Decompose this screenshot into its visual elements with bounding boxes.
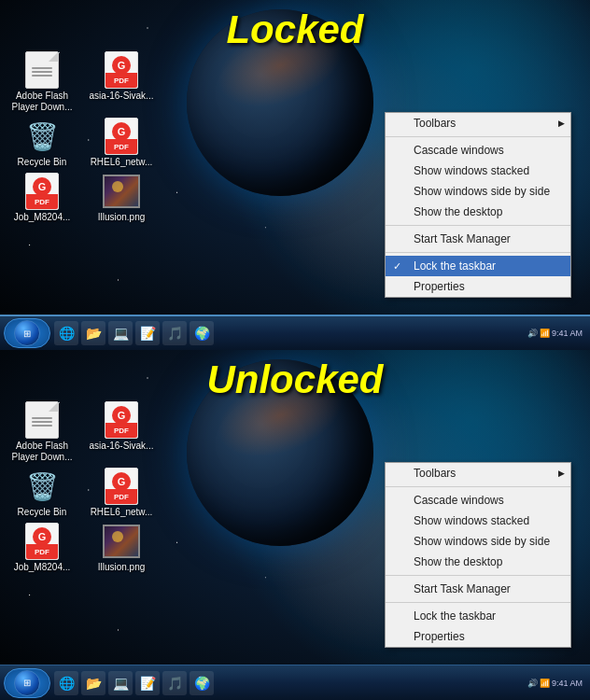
locked-screen: Locked Adobe FlashPlayer Down...	[0, 0, 590, 350]
doc-icon	[25, 51, 59, 89]
illusion-image-bottom	[103, 523, 140, 560]
adobe-flash-icon-b[interactable]: Adobe FlashPlayer Down...	[5, 401, 79, 463]
planet-bottom	[187, 359, 373, 546]
adobe-flash-label-b: Adobe FlashPlayer Down...	[11, 441, 72, 463]
job-label-bottom: Job_M8204...	[14, 562, 71, 573]
start-button-bottom[interactable]: ⊞	[4, 668, 50, 698]
recycle-bin-icon-b[interactable]: 🗑️ Recycle Bin	[5, 468, 79, 518]
ctx-lock-top[interactable]: Lock the taskbar	[386, 256, 570, 276]
asia-image-bottom: G PDF	[103, 401, 140, 439]
illusion-label-bottom: Illusion.png	[98, 562, 146, 573]
asia-icon-bottom[interactable]: G PDF asia-16-Sivak...	[84, 401, 159, 463]
ctx-lock-bottom[interactable]: Lock the taskbar	[386, 606, 570, 626]
tb-icon-3-bottom[interactable]: 💻	[108, 671, 133, 695]
job-label-top: Job_M8204...	[14, 212, 71, 223]
job-icon-top[interactable]: G PDF Job_M8204...	[5, 173, 79, 223]
ctx-side-top[interactable]: Show windows side by side	[386, 181, 570, 202]
taskbar-top: ⊞ 🌐 📂 💻 📝 🎵 🌍 🔊 📶 9:41 AM	[0, 315, 590, 350]
tb-icon-2-top[interactable]: 📂	[81, 321, 105, 345]
pdf-icon-job-bottom: G PDF	[25, 523, 59, 560]
recycle-bin-icon[interactable]: 🗑️ Recycle Bin	[5, 118, 79, 168]
tb-icon-4-bottom[interactable]: 📝	[135, 671, 160, 695]
tb-icon-5-bottom[interactable]: 🎵	[162, 671, 187, 695]
taskbar-icons-top: 🌐 📂 💻 📝 🎵 🌍	[54, 321, 524, 345]
recycle-bin-image: 🗑️	[23, 118, 61, 155]
illusion-icon-bottom[interactable]: Illusion.png	[84, 523, 159, 573]
adobe-flash-icon[interactable]: Adobe FlashPlayer Down...	[5, 51, 79, 113]
illusion-label-top: Illusion.png	[98, 212, 146, 223]
ctx-taskmgr-top[interactable]: Start Task Manager	[386, 229, 570, 249]
asia-label-top: asia-16-Sivak...	[90, 91, 154, 102]
taskbar-tray-bottom: 🔊 📶 9:41 AM	[524, 679, 586, 688]
ctx-stacked-top[interactable]: Show windows stacked	[386, 161, 570, 181]
start-button-top[interactable]: ⊞	[4, 318, 50, 348]
ctx-sep-2-bottom	[386, 575, 570, 576]
tb-icon-1-top[interactable]: 🌐	[54, 321, 78, 345]
rhel6-icon-bottom[interactable]: G PDF RHEL6_netw...	[84, 468, 159, 518]
recycle-bin-label: Recycle Bin	[18, 157, 67, 168]
pdf-icon-job-top: G PDF	[25, 173, 59, 210]
asia-image-top: G PDF	[103, 51, 140, 89]
ctx-desktop-bottom[interactable]: Show the desktop	[386, 552, 570, 572]
ctx-toolbars-bottom[interactable]: Toolbars	[386, 463, 570, 483]
context-menu-top: Toolbars Cascade windows Show windows st…	[385, 112, 571, 298]
recycle-bin-image-b: 🗑️	[23, 468, 61, 505]
ctx-side-bottom[interactable]: Show windows side by side	[386, 531, 570, 552]
tb-icon-6-top[interactable]: 🌍	[190, 321, 214, 345]
icon-row-b3: G PDF Job_M8204... Illusion.png	[5, 523, 159, 573]
adobe-flash-image	[23, 51, 61, 89]
start-orb-top: ⊞	[14, 320, 40, 346]
tb-icon-5-top[interactable]: 🎵	[162, 321, 187, 345]
tray-icon-1-top: 🔊	[527, 329, 538, 338]
tb-icon-3-top[interactable]: 💻	[108, 321, 133, 345]
ctx-toolbars-top[interactable]: Toolbars	[386, 113, 570, 133]
rhel6-label-top: RHEL6_netw...	[91, 157, 153, 168]
ctx-properties-top[interactable]: Properties	[386, 276, 570, 297]
tray-icon-2-top: 📶	[540, 329, 550, 338]
job-image-top: G PDF	[23, 173, 61, 210]
illusion-thumbnail-bottom	[103, 525, 140, 558]
ctx-taskmgr-bottom[interactable]: Start Task Manager	[386, 579, 570, 599]
icon-row-1: Adobe FlashPlayer Down... G PDF asia-16-…	[5, 51, 159, 113]
ctx-cascade-top[interactable]: Cascade windows	[386, 140, 570, 161]
recycle-bin-glyph-b: 🗑️	[26, 471, 59, 502]
icon-row-3: G PDF Job_M8204... Illusion.png	[5, 173, 159, 223]
asia-icon-top[interactable]: G PDF asia-16-Sivak...	[84, 51, 159, 113]
doc-icon-b	[25, 401, 59, 439]
ctx-sep-1-top	[386, 136, 570, 137]
job-icon-bottom[interactable]: G PDF Job_M8204...	[5, 523, 79, 573]
tray-icon-1-bottom: 🔊	[527, 679, 538, 688]
ctx-cascade-bottom[interactable]: Cascade windows	[386, 490, 570, 511]
asia-label-bottom: asia-16-Sivak...	[90, 441, 154, 452]
illusion-thumbnail-top	[103, 175, 140, 208]
illusion-image-top	[103, 173, 140, 210]
pdf-icon-asia-bottom: G PDF	[105, 401, 138, 439]
ctx-properties-bottom[interactable]: Properties	[386, 626, 570, 647]
ctx-stacked-bottom[interactable]: Show windows stacked	[386, 511, 570, 531]
tray-time-bottom: 9:41 AM	[552, 679, 583, 688]
rhel6-image-top: G PDF	[103, 118, 140, 155]
desktop-icons-bottom: Adobe FlashPlayer Down... G PDF asia-16-…	[5, 401, 159, 573]
pdf-icon-asia-top: G PDF	[105, 51, 138, 89]
doc-lines	[32, 65, 52, 78]
tray-time-top: 9:41 AM	[552, 329, 583, 338]
ctx-sep-1-bottom	[386, 486, 570, 487]
rhel6-icon-top[interactable]: G PDF RHEL6_netw...	[84, 118, 159, 168]
start-orb-bottom: ⊞	[14, 670, 40, 696]
icon-row-2: 🗑️ Recycle Bin G PDF RHEL6_netw...	[5, 118, 159, 168]
adobe-flash-image-b	[23, 401, 61, 439]
tb-icon-4-top[interactable]: 📝	[135, 321, 160, 345]
tray-icon-2-bottom: 📶	[540, 679, 550, 688]
unlocked-screen: Unlocked Adobe FlashPlayer Down...	[0, 350, 590, 700]
recycle-bin-glyph: 🗑️	[26, 121, 59, 152]
rhel6-label-bottom: RHEL6_netw...	[91, 507, 153, 518]
pdf-icon-rhel-top: G PDF	[105, 118, 138, 155]
illusion-icon-top[interactable]: Illusion.png	[84, 173, 159, 223]
tb-icon-6-bottom[interactable]: 🌍	[190, 671, 214, 695]
icon-row-b1: Adobe FlashPlayer Down... G PDF asia-16-…	[5, 401, 159, 463]
ctx-desktop-top[interactable]: Show the desktop	[386, 202, 570, 222]
desktop-icons-top: Adobe FlashPlayer Down... G PDF asia-16-…	[5, 51, 159, 223]
job-image-bottom: G PDF	[23, 523, 61, 560]
tb-icon-2-bottom[interactable]: 📂	[81, 671, 105, 695]
tb-icon-1-bottom[interactable]: 🌐	[54, 671, 78, 695]
